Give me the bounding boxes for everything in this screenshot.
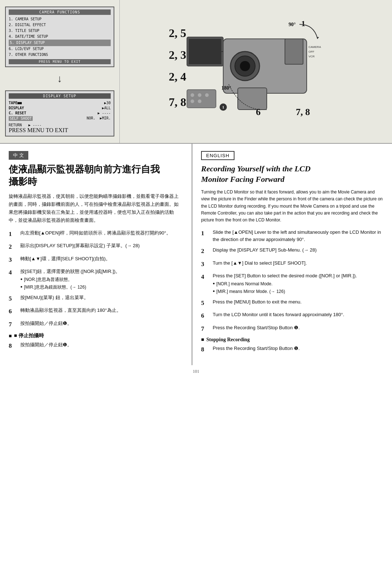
tape-value: ▶30 — [104, 101, 111, 105]
zh-step-3: 3 轉動[▲▼]環，選擇[SELF SHOOT](自拍)。 — [9, 255, 183, 265]
remote-btn-1 — [191, 93, 194, 97]
zh-step-4: 4 按[SET]鈕，選擇需要的狀態 ([NOR.]或[MIR.])。 [NOR.… — [9, 268, 183, 290]
camera-menu-title: CAMERA FUNCTIONS — [9, 9, 111, 15]
en-step-3: 3 Turn the [▲▼] Dial to select [SELF SHO… — [201, 260, 383, 269]
page: CAMERA FUNCTIONS 1. CAMERA SETUP 2. DIGI… — [0, 0, 392, 567]
remote-btn-2 — [198, 93, 201, 97]
display-menu-row-self-shoot: SELF SHOOT NOR. ▶MIR. — [9, 116, 111, 121]
viewfinder — [285, 39, 303, 64]
label-step-1: 1 — [301, 19, 305, 28]
circle-1-text: 1 — [222, 105, 224, 109]
en-step-5: 5 Press the [MENU] Button to exit the me… — [201, 298, 383, 308]
lang-header-zh: 中 文 — [9, 151, 28, 160]
diagram-svg: 2, 5 2, 3 2, 4 7, 8 90° 1 — [123, 4, 388, 139]
section-title-zh: 使液晶顯示監視器朝向前方進行自我 攝影時 — [9, 163, 183, 188]
tape-label: TAPE■■ — [9, 101, 22, 105]
arrow-down-icon: ↓ — [5, 73, 114, 85]
self-shoot-value: NOR. ▶MIR. — [87, 116, 111, 121]
step-label-78: 7, 8 — [169, 95, 186, 109]
step-label-24: 2, 4 — [169, 70, 186, 83]
zh-step-6: 6 轉動液晶顯示監視器，直至其面向約 180°為止。 — [9, 307, 183, 316]
page-number: 101 — [0, 365, 392, 378]
zh-step-8: 8 按拍攝開始／停止鈕❶。 — [9, 341, 183, 351]
display-menu-row-reset: C. RESET ▶ ---- — [9, 111, 111, 115]
en-sub-bullet-mir: [MIR.] means Mirror Mode. (→ 126) — [213, 288, 383, 295]
camera-menu-item-3: 3. TITLE SETUP — [9, 28, 111, 34]
camera-lens-center — [240, 61, 250, 71]
step-label-23: 2, 3 — [169, 48, 186, 61]
camera-grip — [238, 88, 267, 110]
reset-value: ▶ ---- — [98, 111, 111, 115]
switch-label-vcr: VCR — [309, 55, 315, 58]
zh-step-7: 7 按拍攝開始／停止鈕❶。 — [9, 320, 183, 329]
diagram-right: 2, 5 2, 3 2, 4 7, 8 90° 1 — [120, 0, 392, 143]
display-menu-return: RETURN ▶ ---- — [9, 123, 111, 127]
remote-btn-3 — [205, 93, 209, 97]
label-180deg: 180° — [221, 85, 231, 91]
switch-label-off: OFF — [309, 50, 314, 53]
camera-menu-item-4: 4. DATE/TIME SETUP — [9, 34, 111, 40]
camera-menu-item-5-highlighted: 5. DISPLAY SETUP — [9, 40, 111, 46]
diagram-section: CAMERA FUNCTIONS 1. CAMERA SETUP 2. DIGI… — [0, 0, 392, 144]
camera-menu-item-7: 7. OTHER FUNCTIONS — [9, 52, 111, 58]
lang-header-en: ENGLISH — [201, 151, 234, 160]
en-step-1: 1 Slide the [▲OPEN] Lever to the left an… — [201, 229, 383, 243]
label-90deg: 90° — [289, 22, 296, 27]
reset-label: C. RESET — [9, 111, 26, 115]
display-menu-box: DISPLAY SETUP TAPE■■ ▶30 DISPLAY ▶ALL C.… — [5, 90, 114, 136]
remote-btn-4 — [191, 99, 194, 103]
zh-sub-bullet-nor: [NOR.]意思為普通狀態。 — [20, 276, 183, 283]
content-section: 中 文 使液晶顯示監視器朝向前方進行自我 攝影時 旋轉液晶顯示監視器，使其朝前，… — [0, 144, 392, 365]
zh-sub-bullet-mir: [MIR.]意思為鏡面狀態。(→ 126) — [20, 284, 183, 290]
step-label-78b: 7, 8 — [296, 107, 310, 117]
remote-btn-5 — [198, 99, 201, 103]
display-menu-footer: PRESS MENU TO EXIT — [9, 127, 111, 134]
camera-menu-box: CAMERA FUNCTIONS 1. CAMERA SETUP 2. DIGI… — [5, 7, 114, 67]
en-step-7: 7 Press the Recording Start/Stop Button … — [201, 324, 383, 334]
camera-diagram-svg: 2, 5 2, 3 2, 4 7, 8 90° 1 — [165, 17, 347, 126]
zh-step-5: 5 按[MENU](菜單) 鈕，退出菜單。 — [9, 294, 183, 303]
en-step-2: 2 Display the [DISPLAY SETUP] Sub-Menu. … — [201, 246, 383, 256]
zh-step-8-list: 8 按拍攝開始／停止鈕❶。 — [9, 341, 183, 351]
english-content: ENGLISH Recording Yourself with the LCD … — [192, 144, 392, 365]
zh-step-2: 2 顯示出[DISPLAY SETUP](屏幕顯示設定) 子菜單。(→ 28) — [9, 242, 183, 252]
en-step-8: 8 Press the Recording Start/Stop Button … — [201, 345, 383, 354]
display-menu-row-tape: TAPE■■ ▶30 — [9, 101, 111, 105]
camera-menu-item-6: 6. LCD/EVF SETUP — [9, 46, 111, 52]
chinese-content: 中 文 使液晶顯示監視器朝向前方進行自我 攝影時 旋轉液晶顯示監視器，使其朝前，… — [0, 144, 192, 365]
display-menu-title: DISPLAY SETUP — [9, 93, 111, 99]
diagram-left: CAMERA FUNCTIONS 1. CAMERA SETUP 2. DIGI… — [0, 0, 120, 143]
display-label: DISPLAY — [9, 106, 24, 110]
chinese-step-list: 1 向左滑動[▲OPEN]桿，同時如箭頭所示，將液晶顯示監視器打開約90°。 2… — [9, 229, 183, 329]
remote-control — [187, 90, 216, 108]
intro-text-zh: 旋轉液晶顯示監視器，使其朝前，以便您能夠瞄準攝錄影機，並觀看電子尋像器上的畫面，… — [9, 192, 183, 224]
english-step-list: 1 Slide the [▲OPEN] Lever to the left an… — [201, 229, 383, 333]
zh-stopping-header: ■ 停止拍攝時 — [9, 333, 183, 339]
self-shoot-label: SELF SHOOT — [9, 116, 33, 121]
step-label-25: 2, 5 — [169, 26, 186, 40]
en-sub-bullet-nor: [NOR.] means Normal Mode. — [213, 281, 383, 287]
step-label-6: 6 — [256, 107, 261, 117]
en-stopping-header: Stopping Recording — [201, 337, 383, 343]
switch-label-camera: CAMERA — [309, 45, 321, 49]
en-step-4: 4 Press the [SET] Button to select the d… — [201, 272, 383, 295]
section-title-en: Recording Yourself with the LCD Monitor … — [201, 164, 383, 184]
intro-text-en: Turning the LCD Monitor so that it faces… — [201, 189, 383, 224]
en-step-6: 6 Turn the LCD Monitor until it faces fo… — [201, 311, 383, 321]
camera-menu-item-2: 2. DIGITAL EFFECT — [9, 22, 111, 28]
en-step-8-list: 8 Press the Recording Start/Stop Button … — [201, 345, 383, 354]
display-value: ▶ALL — [102, 106, 111, 110]
display-menu-row-display: DISPLAY ▶ALL — [9, 106, 111, 110]
camera-menu-footer: PRESS MENU TO EXIT — [9, 59, 111, 64]
zh-step-1: 1 向左滑動[▲OPEN]桿，同時如箭頭所示，將液晶顯示監視器打開約90°。 — [9, 229, 183, 239]
camera-menu-item-1: 1. CAMERA SETUP — [9, 16, 111, 22]
